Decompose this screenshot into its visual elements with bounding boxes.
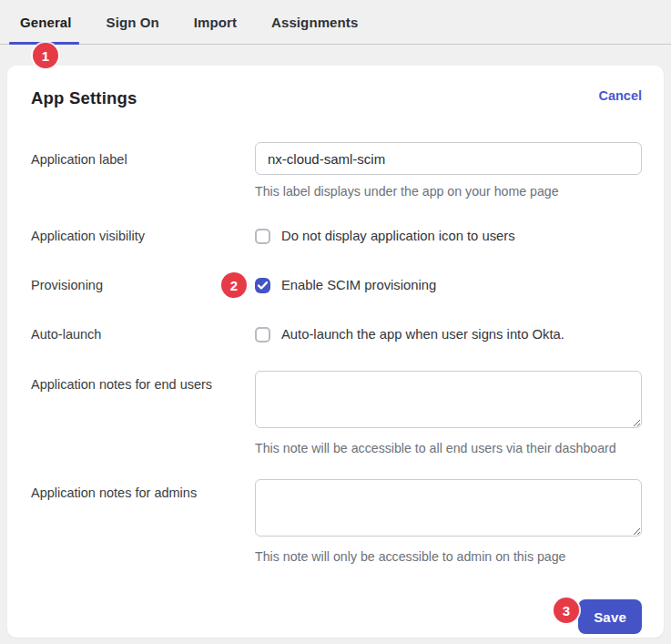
tab-general[interactable]: General (20, 15, 72, 30)
notes-end-users-label: Application notes for end users (31, 371, 255, 456)
page-title: App Settings (31, 88, 137, 108)
tab-assignments[interactable]: Assignments (271, 15, 358, 30)
tab-import[interactable]: Import (194, 15, 237, 30)
application-label-row: Application label This label displays un… (7, 142, 664, 199)
notes-admins-row: Application notes for admins This note w… (7, 479, 664, 565)
tab-bar: General Sign On Import Assignments (0, 0, 671, 45)
auto-launch-label: Auto-launch (31, 326, 255, 342)
visibility-checkbox-label: Do not display application icon to users (281, 229, 515, 243)
step-badge-3: 3 (554, 598, 579, 623)
application-label-label: Application label (31, 142, 255, 199)
application-visibility-label: Application visibility (31, 228, 255, 244)
notes-admins-textarea[interactable] (255, 479, 642, 537)
provisioning-row: Provisioning Enable SCIM provisioning (7, 277, 664, 293)
scim-provisioning-checkbox-label: Enable SCIM provisioning (281, 278, 436, 292)
app-settings-panel: App Settings Cancel Application label Th… (7, 66, 664, 638)
application-label-input[interactable] (255, 142, 642, 175)
scim-provisioning-checkbox[interactable] (255, 278, 270, 293)
tab-sign-on[interactable]: Sign On (107, 15, 159, 30)
visibility-checkbox[interactable] (255, 229, 270, 244)
auto-launch-checkbox-label: Auto-launch the app when user signs into… (281, 327, 564, 342)
notes-end-users-row: Application notes for end users This not… (7, 371, 664, 456)
auto-launch-row: Auto-launch Auto-launch the app when use… (7, 326, 664, 342)
step-badge-2: 2 (221, 272, 247, 298)
notes-end-users-help: This note will be accessible to all end … (255, 441, 642, 456)
check-icon (258, 281, 268, 290)
application-visibility-row: Application visibility Do not display ap… (7, 228, 664, 244)
cancel-button[interactable]: Cancel (598, 88, 642, 103)
save-button[interactable]: Save (578, 599, 642, 634)
application-label-help: This label displays under the app on you… (255, 184, 642, 199)
notes-admins-label: Application notes for admins (31, 479, 255, 565)
step-badge-1: 1 (33, 43, 58, 68)
panel-header: App Settings Cancel (7, 66, 664, 108)
notes-admins-help: This note will only be accessible to adm… (255, 549, 642, 565)
auto-launch-checkbox[interactable] (255, 327, 270, 342)
notes-end-users-textarea[interactable] (255, 371, 642, 428)
